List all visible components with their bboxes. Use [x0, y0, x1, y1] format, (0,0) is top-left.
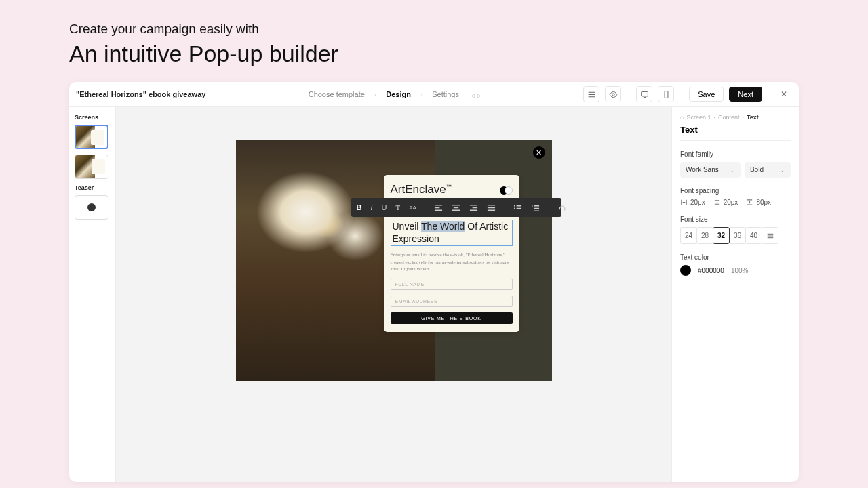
save-button[interactable]: Save	[689, 87, 724, 102]
italic-icon[interactable]: I	[370, 203, 372, 211]
line-height[interactable]: 20px	[713, 199, 738, 206]
step-progress-dots	[471, 88, 481, 100]
underline-icon[interactable]: U	[382, 203, 387, 211]
panel-title: Text	[680, 125, 791, 141]
name-input[interactable]: FULL NAME	[391, 279, 513, 290]
hero-subtitle: Create your campaign easily with	[69, 22, 799, 37]
size-40[interactable]: 40	[745, 227, 762, 244]
teaser-label: Teaser	[75, 184, 110, 191]
popup-close-icon[interactable]: ✕	[533, 146, 545, 159]
paragraph-spacing[interactable]: 80px	[746, 199, 771, 206]
topbar: "Ethereal Horizons" ebook giveaway Choos…	[69, 82, 799, 107]
text-case-icon[interactable]: AA	[409, 205, 416, 211]
text-style-icon[interactable]: T	[395, 203, 400, 211]
email-input[interactable]: EMAIL ADDRESS	[391, 296, 513, 307]
size-more-icon[interactable]	[762, 227, 778, 244]
teaser-thumb[interactable]	[75, 195, 108, 220]
headline-text[interactable]: Unveil The World Of Artistic Expression	[391, 220, 513, 246]
size-32[interactable]: 32	[713, 227, 730, 244]
screen-thumb-1[interactable]	[75, 125, 108, 149]
color-hex[interactable]: #000000	[698, 267, 724, 274]
screens-sidebar: Screens Teaser	[69, 107, 116, 482]
text-color-label: Text color	[680, 253, 791, 261]
svg-point-4	[514, 207, 515, 209]
font-family-select[interactable]: Work Sans⌄	[680, 162, 741, 178]
font-weight-select[interactable]: Bold⌄	[745, 162, 791, 178]
svg-point-0	[612, 93, 614, 95]
chevron-right-icon: ›	[420, 91, 422, 98]
font-family-label: Font family	[680, 150, 791, 158]
svg-point-3	[514, 205, 515, 206]
breadcrumb: ⌂ Screen 1· Content· Text	[680, 114, 791, 121]
next-button[interactable]: Next	[729, 87, 762, 102]
description-text[interactable]: Enter your email to receive the e-book, …	[391, 251, 513, 273]
close-icon[interactable]: ✕	[776, 86, 792, 102]
bold-icon[interactable]: B	[357, 203, 362, 211]
hero-heading: Create your campaign easily with An intu…	[69, 22, 799, 67]
wizard-steps: Choose template › Design › Settings	[309, 88, 481, 100]
hero-title: An intuitive Pop-up builder	[69, 41, 799, 67]
brand-logo: ArtEnclave™	[391, 183, 513, 197]
align-justify-icon[interactable]	[487, 203, 496, 212]
align-left-icon[interactable]	[434, 203, 443, 212]
svg-rect-2	[665, 91, 668, 98]
align-center-icon[interactable]	[452, 203, 460, 212]
mobile-view-icon[interactable]	[658, 86, 674, 102]
align-right-icon[interactable]	[469, 203, 478, 212]
topbar-actions: Save Next ✕	[583, 86, 792, 102]
list-bulleted-icon[interactable]	[513, 203, 522, 212]
text-toolbar: B I U T AA 1	[351, 198, 561, 217]
crumb-text: Text	[747, 114, 759, 121]
step-settings[interactable]: Settings	[432, 90, 459, 98]
home-icon[interactable]: ⌂	[680, 114, 684, 121]
app-window: "Ethereal Horizons" ebook giveaway Choos…	[69, 82, 799, 482]
toggle-panels-icon[interactable]	[583, 86, 599, 102]
color-opacity[interactable]: 100%	[731, 267, 749, 274]
step-design[interactable]: Design	[386, 90, 411, 98]
step-choose-template[interactable]: Choose template	[309, 90, 365, 98]
font-spacing-label: Font spacing	[680, 187, 791, 195]
font-size-label: Font size	[680, 216, 791, 223]
screens-label: Screens	[75, 114, 110, 121]
desktop-view-icon[interactable]	[636, 86, 652, 102]
list-numbered-icon[interactable]: 1	[531, 203, 540, 212]
redo-icon[interactable]	[557, 203, 566, 212]
color-swatch[interactable]	[680, 265, 691, 276]
chevron-right-icon: ›	[374, 91, 376, 98]
popup-preview: ✕ ArtEnclave™ Unveil The World Of Artist…	[236, 140, 552, 381]
screen-thumb-2[interactable]	[75, 155, 108, 179]
campaign-title: "Ethereal Horizons" ebook giveaway	[76, 90, 205, 98]
crumb-screen[interactable]: Screen 1	[686, 114, 711, 121]
canvas[interactable]: ✕ ArtEnclave™ Unveil The World Of Artist…	[116, 107, 671, 482]
svg-rect-1	[641, 92, 648, 96]
preview-icon[interactable]	[605, 86, 621, 102]
properties-panel: ⌂ Screen 1· Content· Text Text Font fami…	[671, 107, 799, 482]
cta-button[interactable]: GIVE ME THE E-BOOK	[391, 312, 513, 324]
svg-text:1: 1	[532, 204, 533, 207]
size-28[interactable]: 28	[696, 227, 713, 244]
chevron-down-icon: ⌄	[730, 167, 735, 174]
crumb-content[interactable]: Content	[718, 114, 740, 121]
chevron-down-icon: ⌄	[780, 167, 785, 174]
size-24[interactable]: 24	[680, 227, 697, 244]
size-36[interactable]: 36	[729, 227, 746, 244]
letter-spacing[interactable]: 20px	[680, 199, 705, 206]
